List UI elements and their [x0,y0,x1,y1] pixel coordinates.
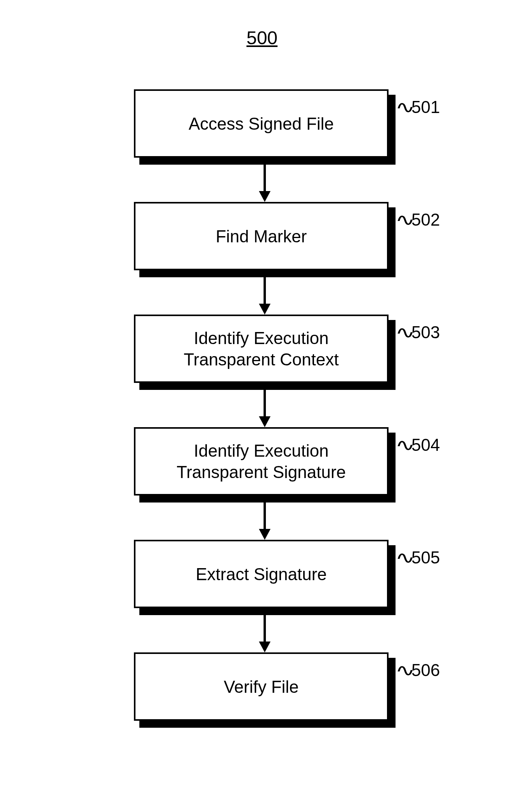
flow-step: Extract Signature ∿505 [134,540,390,610]
step-label: ∿506 [398,660,440,680]
label-tilde: ∿ [395,435,415,455]
flow-step: Access Signed File ∿501 [134,89,390,159]
svg-marker-7 [259,529,271,540]
flow-step: Identify ExecutionTransparent Signature … [134,427,390,497]
arrow-icon [257,159,272,202]
flow-step: Find Marker ∿502 [134,202,390,272]
arrow-icon [257,497,272,540]
label-tilde: ∿ [395,97,415,117]
step-box: Identify ExecutionTransparent Signature [134,427,389,496]
step-id: 501 [411,97,440,116]
flowchart: Access Signed File ∿501 Find Marker ∿502 [105,89,419,722]
step-box: Access Signed File [134,89,389,158]
step-text: Identify ExecutionTransparent Context [184,327,338,370]
step-text: Verify File [224,676,298,697]
figure-number: 500 [0,27,524,49]
step-label: ∿504 [398,435,440,455]
step-label: ∿505 [398,548,440,567]
flow-arrow [137,272,393,315]
step-box: Extract Signature [134,540,389,608]
step-label: ∿502 [398,210,440,230]
svg-marker-1 [259,191,271,202]
flow-arrow [137,497,393,540]
step-text: Identify ExecutionTransparent Signature [177,440,346,483]
label-tilde: ∿ [395,660,415,680]
flow-step: Verify File ∿506 [134,652,390,722]
step-box: Identify ExecutionTransparent Context [134,315,389,383]
step-text: Find Marker [216,226,307,247]
step-box: Verify File [134,652,389,721]
arrow-icon [257,384,272,427]
arrow-icon [257,610,272,652]
step-label: ∿501 [398,97,440,117]
step-id: 504 [411,435,440,454]
svg-marker-3 [259,304,271,315]
step-text: Access Signed File [189,113,334,134]
flow-arrow [137,159,393,202]
svg-marker-9 [259,642,271,652]
label-tilde: ∿ [395,210,415,230]
label-tilde: ∿ [395,548,415,567]
flow-arrow [137,384,393,427]
step-label: ∿503 [398,322,440,342]
label-tilde: ∿ [395,322,415,342]
step-id: 505 [411,548,440,567]
flow-arrow [137,610,393,652]
svg-marker-5 [259,416,271,427]
step-id: 503 [411,323,440,342]
arrow-icon [257,272,272,315]
flow-step: Identify ExecutionTransparent Context ∿5… [134,315,390,384]
step-box: Find Marker [134,202,389,270]
diagram-canvas: 500 Access Signed File ∿501 Find Marker [0,0,524,812]
step-id: 506 [411,661,440,680]
step-text: Extract Signature [196,563,327,585]
step-id: 502 [411,210,440,229]
